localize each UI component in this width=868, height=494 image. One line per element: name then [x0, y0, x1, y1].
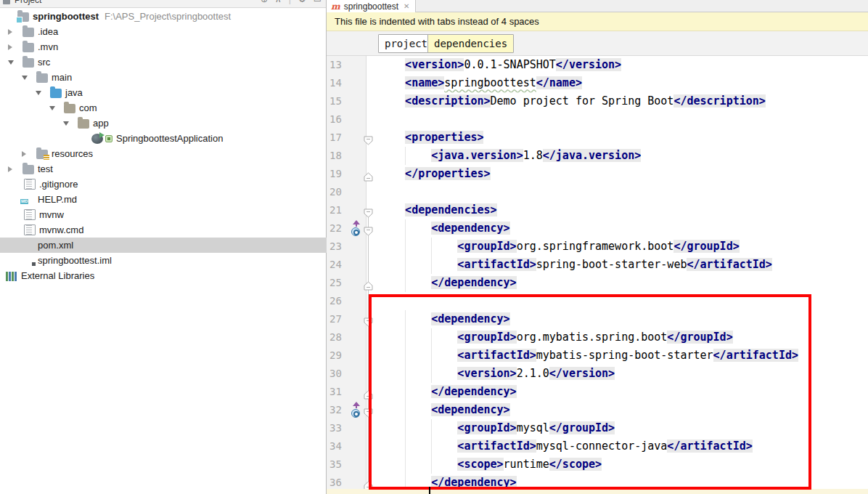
tree-item-external-libraries[interactable]: External Libraries [0, 268, 327, 283]
collapse-arrow-icon[interactable] [36, 91, 41, 95]
hide-panel-icon[interactable]: ▭ [314, 0, 322, 4]
code-line-28[interactable]: 28<groupId>org.mybatis.spring.boot</grou… [327, 328, 868, 347]
settings-gear-icon[interactable]: ⚙ [298, 0, 306, 4]
code-line-16[interactable]: 16 [327, 110, 868, 129]
code-line-27[interactable]: 27<dependency> [327, 310, 868, 328]
xml-tag: </artifactId> [667, 440, 752, 453]
code-line-19[interactable]: 19</properties> [327, 165, 868, 183]
code-line-17[interactable]: 17<properties> [327, 129, 868, 147]
collapse-arrow-icon[interactable] [49, 106, 55, 110]
breadcrumb: project dependencies [327, 31, 868, 56]
file-icon [24, 209, 36, 220]
indent-guide [405, 383, 406, 401]
code-line-23[interactable]: 23<groupId>org.springframework.boot</gro… [327, 238, 868, 256]
editor-tab-pom[interactable]: m springboottest ✕ [327, 0, 416, 12]
fold-end-icon[interactable] [364, 169, 373, 179]
expand-arrow-icon[interactable] [8, 29, 12, 35]
maven-dependency-gutter-icon[interactable] [350, 402, 363, 418]
tree-item-label: External Libraries [21, 270, 94, 281]
tree-item-src[interactable]: src [0, 54, 327, 70]
breadcrumb-project[interactable]: project [378, 34, 434, 53]
xml-tag: <version> [457, 367, 516, 380]
xml-tag: </description> [673, 94, 765, 108]
maven-dependency-gutter-icon[interactable] [350, 220, 363, 237]
code-line-35[interactable]: 35<scope>runtime</scope> [327, 455, 868, 474]
line-number: 26 [329, 292, 350, 310]
code-line-26[interactable]: 26 [327, 292, 868, 310]
tree-item--idea[interactable]: .idea [0, 24, 327, 39]
fold-start-icon[interactable] [364, 315, 373, 324]
line-number: 30 [329, 365, 350, 383]
expand-arrow-icon[interactable] [8, 44, 12, 50]
code-line-33[interactable]: 33<groupId>mysql</groupId> [327, 419, 868, 437]
tree-item-help-md[interactable]: HELP.md [0, 192, 327, 207]
xml-text: spring-boot-starter-web [536, 258, 687, 271]
collapse-arrow-icon[interactable] [22, 76, 28, 80]
code-line-20[interactable]: 20 [327, 183, 868, 201]
line-number: 21 [329, 201, 350, 219]
fold-start-icon[interactable] [364, 133, 373, 142]
tree-item-mvnw[interactable]: mvnw [0, 207, 327, 222]
locate-file-icon[interactable]: ⊕ [261, 0, 268, 4]
tree-item-springboottest[interactable]: springboottestF:\APS_Project\springboott… [0, 9, 327, 24]
tree-item-test[interactable]: test [0, 161, 327, 177]
code-line-15[interactable]: 15<description>Demo project for Spring B… [327, 92, 868, 110]
header-divider: | [289, 0, 291, 4]
xml-tag: </groupId> [667, 331, 732, 344]
code-text: <groupId>mysql</groupId> [379, 419, 615, 437]
indent-guide [431, 419, 432, 437]
tree-item-springboottestapplication[interactable]: SpringboottestApplication [0, 131, 327, 146]
fold-start-icon[interactable] [364, 405, 373, 415]
folder-source-icon [50, 89, 62, 98]
code-line-30[interactable]: 30<version>2.1.0</version> [327, 365, 868, 383]
tree-item-com[interactable]: com [0, 100, 327, 116]
tree-item-mvnw-cmd[interactable]: mvnw.cmd [0, 222, 327, 238]
code-line-34[interactable]: 34<artifactId>mysql-connector-java</arti… [327, 437, 868, 455]
code-text: <artifactId>mybatis-spring-boot-starter<… [379, 347, 798, 365]
tree-item-main[interactable]: main [0, 70, 327, 85]
indent-guide [405, 419, 406, 437]
collapse-arrow-icon[interactable] [63, 121, 69, 126]
code-line-22[interactable]: 22<dependency> [327, 219, 868, 238]
collapse-all-icon[interactable]: ⊼ [275, 0, 282, 4]
indent-guide [405, 347, 406, 365]
tree-item-java[interactable]: java [0, 85, 327, 100]
code-line-14[interactable]: 14<name>springboottest</name> [327, 74, 868, 92]
tree-item--mvn[interactable]: .mvn [0, 39, 327, 54]
close-tab-icon[interactable]: ✕ [404, 2, 409, 10]
fold-start-icon[interactable] [364, 224, 373, 233]
tree-item-springboottest-iml[interactable]: springboottest.iml [0, 253, 327, 268]
code-text: <dependencies> [379, 201, 497, 219]
expand-arrow-icon[interactable] [22, 151, 26, 157]
tree-item-app[interactable]: app [0, 116, 327, 131]
tree-item-label: pom.xml [38, 240, 73, 251]
fold-end-icon[interactable] [364, 387, 373, 397]
indent-guide [405, 238, 406, 256]
code-line-25[interactable]: 25</dependency> [327, 274, 868, 292]
tree-item--gitignore[interactable]: .gitignore [0, 177, 327, 192]
xml-tag: <dependency> [431, 403, 509, 416]
expand-arrow-icon[interactable] [8, 166, 12, 172]
tree-item-label: HELP.md [38, 194, 77, 205]
fold-end-icon[interactable] [364, 278, 373, 288]
breadcrumb-dependencies[interactable]: dependencies [427, 34, 514, 53]
code-editor[interactable]: 13<version>0.0.1-SNAPSHOT</version>14<na… [327, 56, 868, 494]
collapse-arrow-icon[interactable] [8, 60, 14, 65]
code-line-21[interactable]: 21<dependencies> [327, 201, 868, 219]
code-line-31[interactable]: 31</dependency> [327, 383, 868, 401]
indent-guide [431, 455, 432, 474]
tree-item-pom-xml[interactable]: pom.xml [0, 238, 327, 253]
xml-tag: </groupId> [673, 240, 739, 253]
code-line-24[interactable]: 24<artifactId>spring-boot-starter-web</a… [327, 256, 868, 274]
line-number: 14 [329, 74, 350, 92]
fold-start-icon[interactable] [364, 206, 373, 215]
indent-guide [405, 455, 406, 474]
fold-end-icon[interactable] [364, 478, 373, 487]
code-line-32[interactable]: 32<dependency> [327, 401, 868, 419]
tree-item-resources[interactable]: resources [0, 146, 327, 161]
ext-libs-icon [6, 272, 17, 281]
code-line-18[interactable]: 18<java.version>1.8</java.version> [327, 147, 868, 165]
code-line-29[interactable]: 29<artifactId>mybatis-spring-boot-starte… [327, 347, 868, 365]
code-text: </dependency> [379, 274, 517, 292]
code-line-13[interactable]: 13<version>0.0.1-SNAPSHOT</version> [327, 56, 868, 74]
